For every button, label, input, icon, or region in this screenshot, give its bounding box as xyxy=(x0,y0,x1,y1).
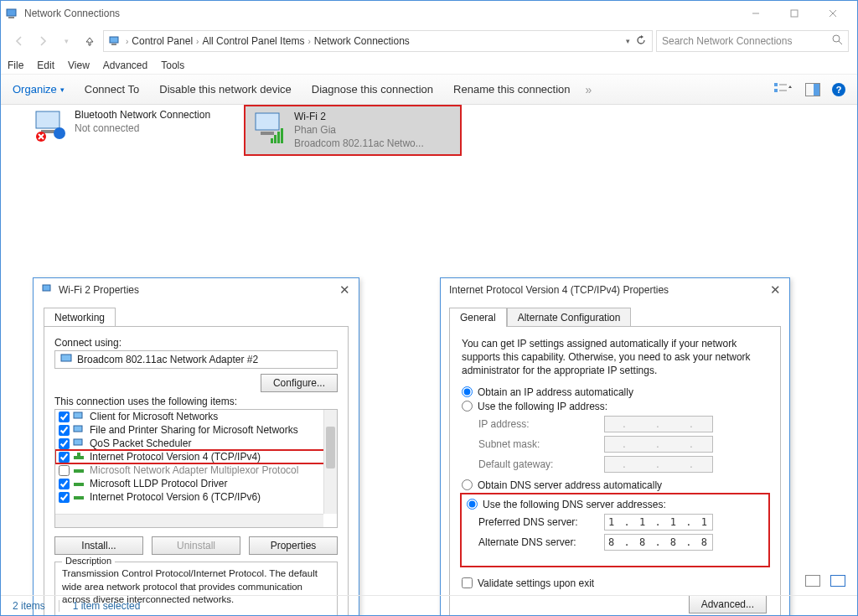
adapter-icon xyxy=(60,354,74,366)
wifi-connection-icon xyxy=(251,110,287,147)
list-item: File and Printer Sharing for Microsoft N… xyxy=(55,423,337,437)
close-icon[interactable]: ✕ xyxy=(339,282,350,298)
tab-networking[interactable]: Networking xyxy=(44,308,116,327)
info-text: You can get IP settings assigned automat… xyxy=(462,337,768,378)
adapter-field[interactable]: Broadcom 802.11ac Network Adapter #2 xyxy=(54,350,338,369)
item-checkbox[interactable] xyxy=(59,479,70,489)
component-list[interactable]: Client for Microsoft Networks File and P… xyxy=(54,409,338,528)
radio-dns-manual[interactable]: Use the following DNS server addresses: xyxy=(467,499,763,510)
svg-point-8 xyxy=(833,35,840,42)
breadcrumb[interactable]: › Control Panel › All Control Panel Item… xyxy=(103,30,653,52)
back-button[interactable] xyxy=(9,31,29,51)
validate-checkbox[interactable]: Validate settings upon exit xyxy=(462,577,768,589)
close-icon[interactable]: ✕ xyxy=(770,282,781,298)
alternate-dns-label: Alternate DNS server: xyxy=(478,536,604,548)
svg-rect-3 xyxy=(791,10,798,17)
close-button[interactable] xyxy=(814,1,852,26)
install-button[interactable]: Install... xyxy=(54,536,143,555)
breadcrumb-item[interactable]: All Control Panel Items xyxy=(202,35,304,47)
alternate-dns-input[interactable]: 8 . 8 . 8 . 8 xyxy=(604,534,713,551)
uninstall-button: Uninstall xyxy=(152,536,240,555)
dns-manual-group: Use the following DNS server addresses: … xyxy=(462,494,768,566)
dialog-titlebar[interactable]: Internet Protocol Version 4 (TCP/IPv4) P… xyxy=(441,278,789,302)
window-titlebar: Network Connections xyxy=(1,1,857,26)
large-icons-view-icon[interactable] xyxy=(830,575,845,587)
configure-button[interactable]: Configure... xyxy=(261,374,338,392)
svg-point-17 xyxy=(54,127,65,139)
menu-tools[interactable]: Tools xyxy=(161,60,184,71)
tab-general[interactable]: General xyxy=(449,308,507,327)
connection-status: Not connected xyxy=(75,122,210,135)
cmd-diagnose[interactable]: Diagnose this connection xyxy=(312,83,433,96)
svg-rect-28 xyxy=(74,439,82,445)
item-checkbox[interactable] xyxy=(59,452,70,463)
tcpip-properties-dialog: Internet Protocol Version 4 (TCP/IPv4) P… xyxy=(440,277,790,616)
description-label: Description xyxy=(62,556,115,566)
connection-bluetooth[interactable]: Bluetooth Network Connection Not connect… xyxy=(26,105,227,148)
dialog-titlebar[interactable]: Wi-Fi 2 Properties ✕ xyxy=(34,278,359,302)
list-item: Client for Microsoft Networks xyxy=(55,410,337,423)
connection-title: Bluetooth Network Connection xyxy=(75,108,210,122)
subnet-mask-input: ... xyxy=(604,436,713,453)
status-bar: 2 items 1 item selected xyxy=(1,595,857,615)
svg-line-9 xyxy=(839,41,842,44)
svg-rect-10 xyxy=(774,83,778,86)
list-item: QoS Packet Scheduler xyxy=(55,437,337,450)
breadcrumb-item[interactable]: Control Panel xyxy=(132,35,193,47)
client-icon xyxy=(73,411,86,422)
recent-dropdown[interactable]: ▾ xyxy=(56,31,76,51)
menu-file[interactable]: File xyxy=(8,60,23,71)
svg-rect-1 xyxy=(8,17,14,18)
subnet-mask-label: Subnet mask: xyxy=(478,438,604,450)
vertical-scrollbar[interactable] xyxy=(323,410,337,514)
status-count: 2 items xyxy=(13,600,45,612)
menu-advanced[interactable]: Advanced xyxy=(103,60,147,71)
item-checkbox[interactable] xyxy=(59,492,70,503)
preferred-dns-input[interactable]: 1 . 1 . 1 . 1 xyxy=(604,514,713,531)
items-label: This connection uses the following items… xyxy=(54,396,338,407)
organize-menu[interactable]: Organize▾ xyxy=(13,83,65,96)
menu-edit[interactable]: Edit xyxy=(37,60,54,71)
list-item: Internet Protocol Version 6 (TCP/IPv6) xyxy=(55,490,337,504)
preview-pane-icon[interactable] xyxy=(805,83,820,96)
list-item: Microsoft Network Adapter Multiplexor Pr… xyxy=(55,463,337,477)
protocol-icon xyxy=(73,478,86,489)
item-checkbox[interactable] xyxy=(59,412,70,422)
connect-using-label: Connect using: xyxy=(54,337,338,349)
svg-rect-6 xyxy=(110,37,118,43)
forward-button[interactable] xyxy=(33,31,53,51)
service-icon xyxy=(73,424,86,436)
item-checkbox[interactable] xyxy=(59,438,70,449)
cmd-rename[interactable]: Rename this connection xyxy=(453,83,570,96)
cmd-connect-to[interactable]: Connect To xyxy=(85,83,140,96)
minimize-button[interactable] xyxy=(737,1,775,26)
svg-rect-21 xyxy=(274,135,277,143)
breadcrumb-item[interactable]: Network Connections xyxy=(314,35,410,47)
breadcrumb-dropdown-icon[interactable]: ▾ xyxy=(626,37,630,45)
connection-wifi[interactable]: Wi-Fi 2 Phan Gia Broadcom 802.11ac Netwo… xyxy=(244,105,462,156)
maximize-button[interactable] xyxy=(775,1,814,26)
radio-ip-manual[interactable]: Use the following IP address: xyxy=(462,401,768,412)
item-checkbox[interactable] xyxy=(59,425,70,436)
help-icon[interactable]: ? xyxy=(832,83,845,96)
svg-rect-20 xyxy=(271,138,273,143)
radio-dns-auto[interactable]: Obtain DNS server address automatically xyxy=(462,479,768,491)
view-mode-icon[interactable] xyxy=(773,81,793,97)
refresh-icon[interactable] xyxy=(635,34,647,49)
command-bar: Organize▾ Connect To Disable this networ… xyxy=(1,75,857,105)
item-checkbox[interactable] xyxy=(59,465,70,476)
cmd-disable[interactable]: Disable this network device xyxy=(159,83,292,96)
search-input[interactable]: Search Network Connections xyxy=(656,30,849,52)
properties-button[interactable]: Properties xyxy=(249,536,338,555)
more-commands-icon[interactable]: » xyxy=(586,83,592,96)
up-button[interactable] xyxy=(80,31,100,51)
radio-ip-auto[interactable]: Obtain an IP address automatically xyxy=(462,386,768,398)
svg-rect-23 xyxy=(281,128,283,143)
view-switcher xyxy=(805,575,845,587)
list-item-tcpip4: Internet Protocol Version 4 (TCP/IPv4) xyxy=(55,450,337,463)
tab-alternate[interactable]: Alternate Configuration xyxy=(507,308,632,327)
details-view-icon[interactable] xyxy=(805,575,820,587)
menu-view[interactable]: View xyxy=(68,60,90,71)
svg-rect-7 xyxy=(111,44,116,45)
horizontal-scrollbar[interactable] xyxy=(55,514,323,527)
